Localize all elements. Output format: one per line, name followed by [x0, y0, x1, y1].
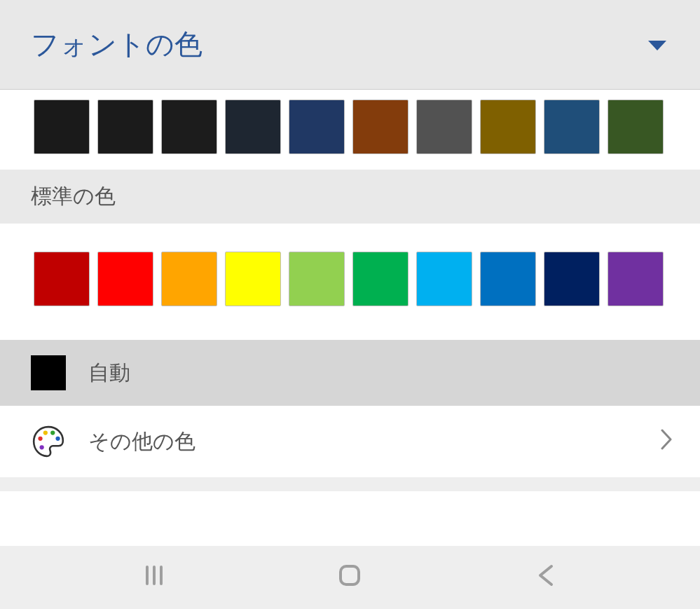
svg-point-1 [38, 437, 42, 441]
svg-point-2 [43, 430, 48, 434]
android-navbar [0, 546, 700, 609]
standard-color-swatch[interactable] [97, 252, 153, 306]
theme-color-swatch[interactable] [608, 100, 664, 154]
auto-color-swatch [31, 355, 66, 390]
svg-point-5 [40, 445, 44, 449]
standard-color-swatch[interactable] [34, 252, 90, 306]
standard-colors-row [0, 224, 700, 340]
other-colors-option[interactable]: その他の色 [0, 406, 700, 477]
svg-rect-9 [341, 566, 359, 584]
svg-point-3 [50, 430, 55, 434]
standard-color-swatch[interactable] [225, 252, 281, 306]
other-colors-label: その他の色 [88, 427, 195, 456]
page-title: フォントの色 [31, 25, 203, 64]
svg-marker-0 [648, 41, 666, 50]
theme-color-swatch[interactable] [97, 100, 153, 154]
dropdown-caret-icon[interactable] [648, 41, 666, 52]
theme-color-swatch[interactable] [225, 100, 281, 154]
standard-color-swatch[interactable] [161, 252, 217, 306]
standard-color-swatch[interactable] [416, 252, 472, 306]
theme-color-swatch[interactable] [161, 100, 217, 154]
nav-recents-button[interactable] [112, 558, 196, 593]
section-standard-colors: 標準の色 [0, 170, 700, 224]
theme-color-swatch[interactable] [544, 100, 600, 154]
auto-label: 自動 [88, 359, 130, 388]
palette-icon [31, 424, 66, 459]
auto-color-option[interactable]: 自動 [0, 340, 700, 406]
svg-point-4 [55, 437, 60, 441]
standard-color-swatch[interactable] [608, 252, 664, 306]
standard-color-swatch[interactable] [289, 252, 345, 306]
theme-colors-row [0, 95, 700, 170]
spacer [0, 477, 700, 491]
theme-color-swatch[interactable] [352, 100, 409, 154]
header-bar: フォントの色 [0, 0, 700, 90]
spacer [0, 90, 700, 95]
nav-home-button[interactable] [308, 558, 392, 593]
standard-color-swatch[interactable] [480, 252, 536, 306]
theme-color-swatch[interactable] [480, 100, 536, 154]
theme-color-swatch[interactable] [289, 100, 345, 154]
nav-back-button[interactable] [504, 558, 588, 593]
standard-color-swatch[interactable] [544, 252, 600, 306]
chevron-right-icon [661, 428, 673, 456]
theme-color-swatch[interactable] [416, 100, 472, 154]
standard-color-swatch[interactable] [352, 252, 409, 306]
theme-color-swatch[interactable] [34, 100, 90, 154]
